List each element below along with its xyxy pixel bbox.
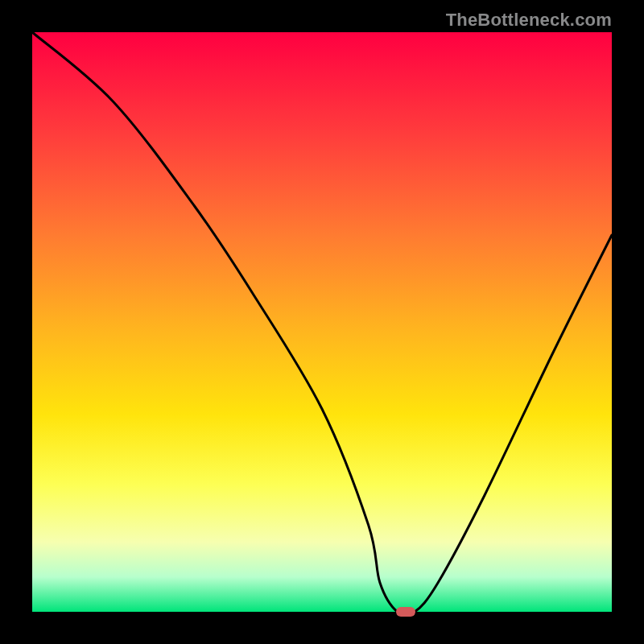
watermark-text: TheBottleneck.com xyxy=(446,10,612,31)
curve-path xyxy=(32,32,612,616)
chart-frame: TheBottleneck.com xyxy=(0,0,644,644)
optimum-marker xyxy=(396,607,415,617)
bottleneck-curve xyxy=(32,32,612,612)
plot-area xyxy=(32,32,612,612)
